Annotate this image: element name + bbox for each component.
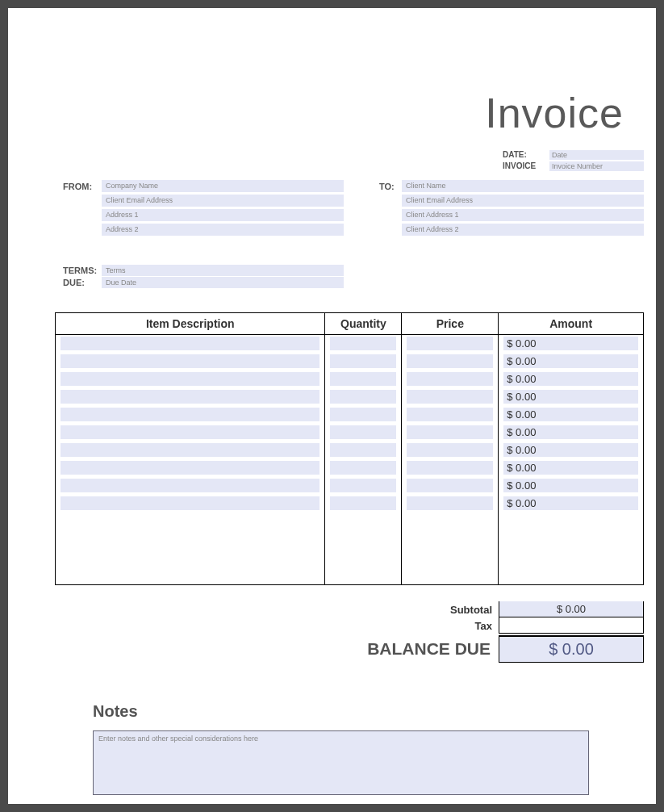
header-description: Item Description: [56, 313, 325, 335]
cell-price[interactable]: [407, 496, 493, 510]
cell-quantity[interactable]: [330, 372, 396, 386]
cell-description[interactable]: [61, 496, 319, 510]
invoice-number-input[interactable]: Invoice Number: [549, 161, 644, 171]
cell-quantity[interactable]: [330, 479, 396, 492]
from-company-name[interactable]: Company Name: [102, 180, 344, 192]
from-address-2[interactable]: Address 2: [102, 224, 344, 236]
table-row: $ 0.00: [56, 442, 644, 459]
cell-amount: $ 0.00: [503, 496, 638, 510]
terms-input[interactable]: Terms: [102, 265, 344, 276]
totals-section: Subtotal $ 0.00 Tax BALANCE DUE $ 0.00: [55, 601, 644, 663]
cell-quantity[interactable]: [330, 408, 396, 421]
terms-section: TERMS: Terms DUE: Due Date: [63, 265, 344, 289]
notes-input[interactable]: Enter notes and other special considerat…: [93, 730, 589, 795]
to-address-1[interactable]: Client Address 1: [402, 209, 644, 221]
cell-amount: $ 0.00: [503, 337, 638, 350]
cell-amount: $ 0.00: [503, 408, 638, 421]
cell-price[interactable]: [407, 337, 493, 350]
date-label: DATE:: [503, 149, 549, 161]
table-row: $ 0.00: [56, 370, 644, 388]
cell-price[interactable]: [407, 443, 493, 457]
cell-amount: $ 0.00: [503, 461, 638, 475]
cell-description[interactable]: [61, 425, 319, 439]
tax-label: Tax: [418, 620, 499, 632]
cell-description[interactable]: [61, 337, 319, 350]
cell-description[interactable]: [61, 443, 319, 457]
invoice-meta: DATE: Date INVOICE Invoice Number: [503, 149, 644, 172]
invoice-page: Invoice DATE: Date INVOICE Invoice Numbe…: [8, 8, 656, 804]
cell-amount: $ 0.00: [503, 390, 638, 404]
header-amount: Amount: [499, 313, 644, 335]
table-row: $ 0.00: [56, 477, 644, 495]
cell-price[interactable]: [407, 372, 493, 386]
from-party: FROM: Company Name Client Email Address …: [63, 180, 344, 238]
invoice-number-label: INVOICE: [503, 161, 549, 172]
cell-description[interactable]: [61, 479, 319, 492]
to-email[interactable]: Client Email Address: [402, 195, 644, 207]
date-input[interactable]: Date: [549, 150, 644, 160]
cell-quantity[interactable]: [330, 425, 396, 439]
to-address-2[interactable]: Client Address 2: [402, 224, 644, 236]
to-party: TO: Client Name Client Email Address Cli…: [379, 180, 644, 238]
cell-quantity[interactable]: [330, 461, 396, 475]
due-label: DUE:: [63, 278, 102, 287]
cell-quantity[interactable]: [330, 337, 396, 350]
cell-quantity[interactable]: [330, 354, 396, 368]
from-email[interactable]: Client Email Address: [102, 195, 344, 207]
table-row: $ 0.00: [56, 495, 644, 513]
terms-label: TERMS:: [63, 266, 102, 275]
notes-heading: Notes: [93, 702, 138, 721]
to-client-name[interactable]: Client Name: [402, 180, 644, 192]
balance-due-value: $ 0.00: [499, 635, 644, 663]
table-row: $ 0.00: [56, 406, 644, 424]
subtotal-value: $ 0.00: [499, 601, 644, 617]
cell-amount: $ 0.00: [503, 425, 638, 439]
table-row: $ 0.00: [56, 459, 644, 477]
cell-quantity[interactable]: [330, 496, 396, 510]
cell-description[interactable]: [61, 372, 319, 386]
cell-price[interactable]: [407, 425, 493, 439]
cell-price[interactable]: [407, 408, 493, 421]
table-row: $ 0.00: [56, 388, 644, 406]
cell-description[interactable]: [61, 461, 319, 475]
due-input[interactable]: Due Date: [102, 277, 344, 288]
cell-amount: $ 0.00: [503, 372, 638, 386]
cell-amount: $ 0.00: [503, 354, 638, 368]
cell-price[interactable]: [407, 461, 493, 475]
balance-due-label: BALANCE DUE: [367, 639, 499, 659]
cell-price[interactable]: [407, 390, 493, 404]
cell-quantity[interactable]: [330, 443, 396, 457]
cell-description[interactable]: [61, 390, 319, 404]
table-row: $ 0.00: [56, 424, 644, 442]
from-label: FROM:: [63, 180, 102, 238]
cell-amount: $ 0.00: [503, 479, 638, 492]
from-address-1[interactable]: Address 1: [102, 209, 344, 221]
items-table: Item Description Quantity Price Amount $…: [55, 312, 644, 585]
header-quantity: Quantity: [325, 313, 402, 335]
tax-value[interactable]: [499, 617, 644, 634]
cell-description[interactable]: [61, 354, 319, 368]
table-row: $ 0.00: [56, 335, 644, 353]
cell-quantity[interactable]: [330, 390, 396, 404]
from-to-section: FROM: Company Name Client Email Address …: [63, 180, 644, 238]
table-row: $ 0.00: [56, 353, 644, 370]
page-title: Invoice: [485, 89, 624, 137]
cell-amount: $ 0.00: [503, 443, 638, 457]
cell-price[interactable]: [407, 354, 493, 368]
cell-price[interactable]: [407, 479, 493, 492]
subtotal-label: Subtotal: [418, 604, 499, 616]
to-label: TO:: [379, 180, 402, 238]
header-price: Price: [402, 313, 499, 335]
cell-description[interactable]: [61, 408, 319, 421]
